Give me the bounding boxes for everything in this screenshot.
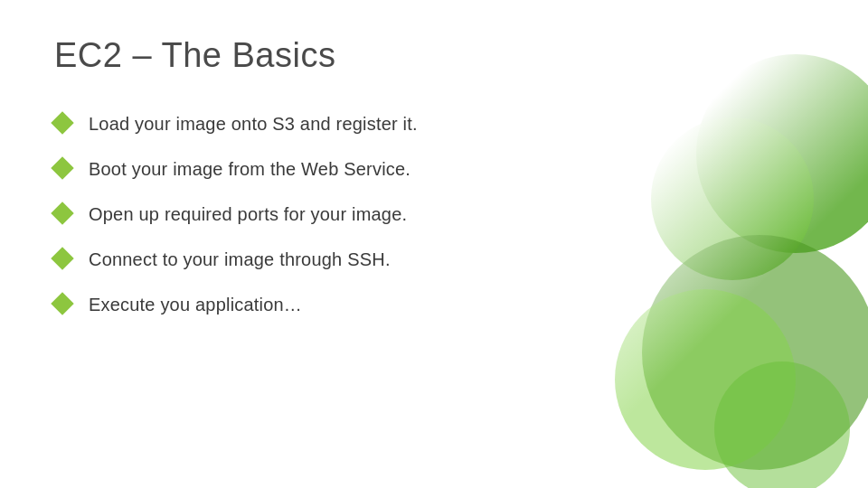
bullet-diamond-icon: [51, 111, 73, 134]
list-item: Open up required ports for your image.: [54, 202, 814, 227]
bullet-diamond-icon: [51, 156, 73, 179]
deco-circle-5: [714, 361, 850, 488]
list-item: Connect to your image through SSH.: [54, 247, 814, 272]
bullet-diamond-icon: [51, 202, 73, 224]
bullet-text: Execute you application…: [89, 292, 302, 317]
slide-content: EC2 – The Basics Load your image onto S3…: [0, 0, 868, 373]
bullet-diamond-icon: [51, 292, 73, 314]
slide-title: EC2 – The Basics: [54, 36, 814, 75]
slide: EC2 – The Basics Load your image onto S3…: [0, 0, 868, 488]
bullet-list: Load your image onto S3 and register it.…: [54, 111, 814, 317]
list-item: Execute you application…: [54, 292, 814, 317]
bullet-text: Boot your image from the Web Service.: [89, 156, 410, 182]
list-item: Boot your image from the Web Service.: [54, 156, 814, 182]
bullet-text: Open up required ports for your image.: [89, 202, 407, 227]
bullet-text: Load your image onto S3 and register it.: [89, 111, 418, 136]
bullet-diamond-icon: [51, 247, 73, 269]
bullet-text: Connect to your image through SSH.: [89, 247, 391, 272]
list-item: Load your image onto S3 and register it.: [54, 111, 814, 136]
